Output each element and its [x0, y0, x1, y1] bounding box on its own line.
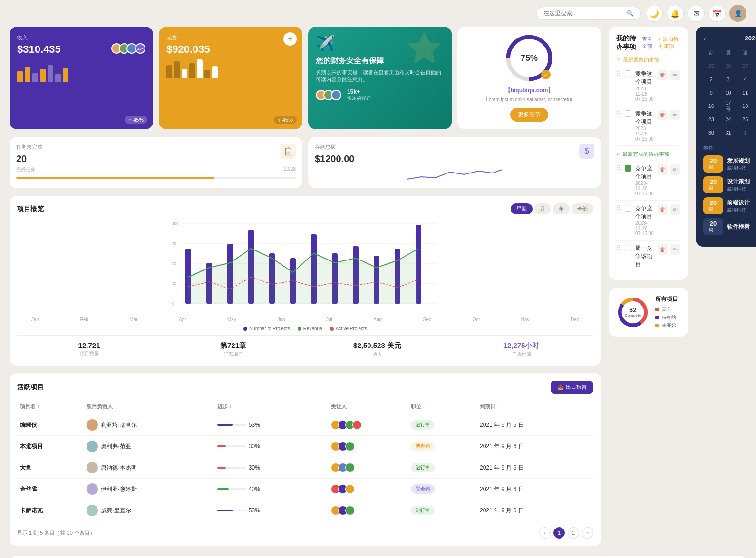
row4-av3 [345, 484, 355, 494]
topbar: 🔍 🌙 🔔 ✉ 📅 👤 [0, 0, 756, 27]
cal-day-18[interactable]: 18 [739, 100, 751, 112]
cal-day-31[interactable]: 31 [722, 126, 735, 139]
event-2-dow: 周一 [707, 185, 719, 192]
label-dec: Dec [571, 317, 579, 322]
row1-av4 [352, 420, 362, 430]
table-row: 卡萨诺瓦 威廉·里查尔 53% [17, 500, 593, 521]
todo-delete-3[interactable]: 🗑 [658, 164, 668, 175]
expense-percent-badge: ↑ 45% [274, 116, 297, 124]
todo-edit-1[interactable]: ✏ [670, 70, 680, 80]
p-avatar-3 [331, 90, 341, 100]
col-due[interactable]: 到期日 ↓ [477, 399, 593, 414]
label-may: May [227, 317, 236, 322]
savings-value: $1200.00 [315, 154, 594, 164]
row2-manager-name: 奥利弗·范亚 [101, 443, 131, 451]
pagination-page-1[interactable]: 1 [553, 527, 565, 539]
cal-day-2[interactable]: 2 [705, 73, 717, 86]
cal-day-25[interactable]: 25 [705, 60, 717, 72]
todo-checkbox-4[interactable] [625, 205, 631, 212]
user-avatar[interactable]: 👤 [729, 5, 746, 22]
row2-status: 待办的 [408, 436, 477, 457]
cal-day-17[interactable]: 17号 [722, 100, 735, 112]
row2-assignees [328, 436, 408, 457]
drag-handle-2[interactable]: ⠿ [616, 110, 621, 117]
cal-day-27[interactable]: 27 [739, 60, 751, 72]
cal-day-24[interactable]: 24 [722, 113, 735, 125]
todo-view-all-link[interactable]: 查看全部 [642, 36, 655, 50]
row1-progress-fill [217, 424, 233, 426]
cal-day-30b[interactable]: 30 [705, 126, 717, 139]
cal-day-1n[interactable]: 1 [739, 126, 751, 139]
pagination: 显示 1 到 5 条目（共 10 个条目） ‹ 1 2 › [17, 527, 593, 539]
cal-day-9[interactable]: 9 [705, 87, 717, 99]
todo-edit-2[interactable]: ✏ [670, 110, 680, 120]
export-report-button[interactable]: 📤 出口报告 [551, 381, 593, 394]
todo-checkbox-3[interactable] [625, 165, 631, 172]
legend-compete: 竞争 [655, 306, 680, 313]
tab-year[interactable]: 年 [553, 203, 570, 214]
expense-add-button[interactable]: + [283, 32, 297, 46]
row3-due: 2021 年 9 月 6 日 [477, 457, 593, 479]
cal-day-23[interactable]: 23 [705, 113, 717, 125]
col-project-name[interactable]: 项目名 ↑ [17, 399, 84, 414]
tab-week[interactable]: 星期 [511, 203, 533, 214]
search-input[interactable] [543, 10, 623, 17]
revenue-avatars: 25+ [111, 43, 145, 54]
row2-manager-avatar [87, 441, 98, 452]
todo-edit-4[interactable]: ✏ [670, 204, 680, 215]
event-1-sub: 威特科技 [727, 165, 756, 172]
todo-text-2: 竞争这个项目 [635, 110, 654, 126]
todo-edit-5[interactable]: ✏ [670, 244, 680, 255]
svg-text:50: 50 [172, 261, 176, 266]
calendar-button[interactable]: 📅 [708, 5, 726, 22]
cal-day-10[interactable]: 10 [722, 87, 735, 99]
cal-day-11[interactable]: 11 [739, 87, 751, 99]
todo-checkbox-2[interactable] [625, 110, 631, 117]
todo-delete-4[interactable]: 🗑 [658, 204, 668, 215]
drag-handle-4[interactable]: ⠿ [616, 204, 621, 212]
row3-status-badge: 进行中 [411, 463, 435, 472]
cal-day-3[interactable]: 3 [722, 73, 735, 86]
more-detail-button[interactable]: 更多细节 [510, 108, 548, 122]
theme-toggle-button[interactable]: 🌙 [646, 5, 663, 22]
cal-day-4[interactable]: 4 [739, 73, 751, 86]
tasks-icon: 📋 [281, 144, 296, 159]
todo-checkbox-5[interactable] [625, 245, 631, 251]
search-box[interactable]: 🔍 [536, 7, 641, 20]
mail-button[interactable]: ✉ [688, 5, 705, 22]
col-status[interactable]: 职位 ↓ [408, 399, 477, 414]
todo-delete-5[interactable]: 🗑 [658, 244, 668, 255]
todo-checkbox-1[interactable] [625, 70, 631, 77]
notification-button[interactable]: 🔔 [667, 5, 684, 22]
col-manager[interactable]: 项目负责人 ↓ [84, 399, 214, 414]
cal-day-26[interactable]: 26 [722, 60, 735, 72]
tab-month[interactable]: 月 [534, 203, 551, 214]
row4-assignees-avatars [331, 484, 405, 494]
bar-7 [63, 68, 68, 82]
exp-bar-6 [204, 70, 210, 78]
col-progress[interactable]: 进步 ↓ [214, 399, 328, 414]
pagination-buttons: ‹ 1 2 › [539, 527, 593, 539]
todo-delete-2[interactable]: 🗑 [658, 110, 668, 120]
drag-handle-3[interactable]: ⠿ [616, 164, 621, 172]
pagination-page-2[interactable]: 2 [568, 527, 579, 539]
drag-handle-5[interactable]: ⠿ [616, 244, 621, 252]
cal-day-16[interactable]: 16 [705, 100, 717, 112]
todo-delete-1[interactable]: 🗑 [658, 70, 668, 80]
todo-edit-3[interactable]: ✏ [670, 164, 680, 175]
todo-add-link[interactable]: + 添加待办事项 [659, 36, 680, 50]
col-assignees[interactable]: 受让人 ↓ [328, 399, 408, 414]
pagination-next[interactable]: › [582, 527, 593, 539]
cal-day-25b[interactable]: 25 [739, 113, 751, 125]
calendar-prev-button[interactable]: ‹ [703, 34, 706, 43]
event-2-day: 20 [707, 178, 719, 185]
legend-not-started: 未开始 [655, 322, 680, 329]
row4-due: 2021 年 9 月 6 日 [477, 479, 593, 500]
pagination-prev[interactable]: ‹ [539, 527, 551, 539]
legend-revenue: Revenue [298, 326, 322, 331]
tab-all[interactable]: 全部 [572, 203, 593, 214]
table-row: 大鱼 唐纳德·本杰明 30% [17, 457, 593, 479]
legend-dot-projects [243, 327, 247, 331]
drag-handle-1[interactable]: ⠿ [616, 70, 621, 77]
event-3-name: 前端设计 [727, 199, 756, 207]
